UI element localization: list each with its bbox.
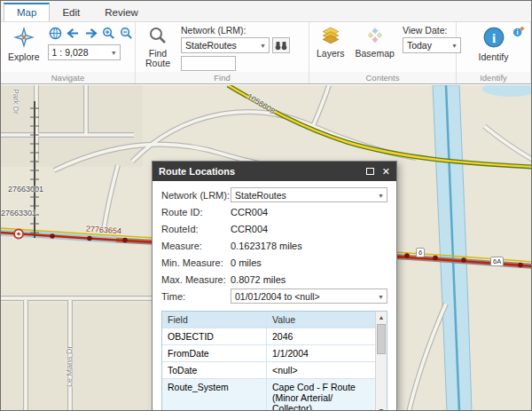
dialog-network-combo[interactable]: StateRoutes ▼ <box>231 187 387 202</box>
group-label-navigate: Navigate <box>1 72 135 83</box>
view-date-combo[interactable]: Today ▼ <box>403 37 461 53</box>
scroll-up-icon[interactable]: ▲ <box>376 312 387 323</box>
ribbon-tab-bar: Map Edit Review <box>1 1 531 21</box>
table-row[interactable]: Route_System Cape Cod - F Route (Minor A… <box>162 378 387 411</box>
group-navigate: Explore <box>1 22 136 83</box>
field-label: Network (LRM): <box>161 190 231 201</box>
table-row[interactable]: ToDate <null> <box>162 361 387 378</box>
chevron-down-icon: ▼ <box>260 43 266 49</box>
cell-field: ToDate <box>162 362 267 378</box>
route-shield: 6 <box>416 248 425 257</box>
asset-id-label: 27663301 <box>1 209 36 217</box>
measure-value: 0.1623178 miles <box>231 241 302 251</box>
forward-arrow-icon[interactable] <box>83 26 98 41</box>
cell-value: 2046 <box>267 328 387 344</box>
binoculars-button[interactable] <box>272 37 290 53</box>
app-window: Map Edit Review Explore <box>0 0 532 411</box>
scroll-down-icon[interactable]: ▼ <box>376 405 387 411</box>
route-id-value: CCR004 <box>231 207 268 217</box>
globe-icon[interactable] <box>48 26 63 41</box>
dialog-title: Route Locations <box>159 166 235 177</box>
tab-review[interactable]: Review <box>92 4 151 21</box>
field-label: Time: <box>161 291 231 302</box>
network-lrm-label: Network (LRM): <box>181 25 290 36</box>
group-label-find: Find <box>136 72 309 83</box>
cell-value: 1/1/2004 <box>267 345 387 361</box>
explore-compass-icon <box>12 26 35 51</box>
field-label: Min. Measure: <box>161 257 231 268</box>
field-label: Measure: <box>161 241 231 251</box>
identify-icon: i <box>482 26 505 51</box>
identify-pin-icon[interactable]: i <box>512 25 526 42</box>
cell-field: FromDate <box>162 345 267 361</box>
cell-field: OBJECTID <box>162 328 267 344</box>
ribbon: Explore <box>1 21 531 84</box>
tab-map[interactable]: Map <box>4 3 50 21</box>
zoom-in-icon[interactable] <box>101 26 116 41</box>
network-lrm-value: StateRoutes <box>185 40 237 51</box>
map-scale-value: 1 : 9,028 <box>52 47 89 58</box>
identify-label: Identify <box>479 52 509 62</box>
basemap-button[interactable]: Basemap <box>353 25 397 59</box>
route-locations-panel: Route Locations ✕ Network (LRM): StateRo… <box>152 161 397 411</box>
binoculars-icon <box>275 41 287 51</box>
svg-text:i: i <box>517 28 519 36</box>
group-find: Find Route ▼ Network (LRM): StateRoutes … <box>136 22 309 83</box>
route-shield: 6A <box>490 257 504 266</box>
back-arrow-icon[interactable] <box>66 26 81 41</box>
cell-value: <null> <box>267 362 387 378</box>
find-route-label: Find Route <box>143 49 173 68</box>
view-date-label: View Date: <box>403 25 461 36</box>
network-lrm-combo[interactable]: StateRoutes ▼ <box>181 37 270 53</box>
chevron-down-icon: ▼ <box>378 293 384 299</box>
street-label: Park Dr <box>12 89 20 115</box>
field-label: RouteId: <box>161 224 231 234</box>
magnifier-icon <box>148 26 168 47</box>
group-contents: Layers Basemap View Date: Today ▼ Conten… <box>309 22 457 83</box>
close-button[interactable]: ✕ <box>382 167 390 177</box>
min-measure-value: 0 miles <box>231 257 262 268</box>
dialog-titlebar[interactable]: Route Locations ✕ <box>153 162 396 181</box>
view-date-value: Today <box>407 40 432 51</box>
tab-edit[interactable]: Edit <box>50 4 92 21</box>
explore-button[interactable]: Explore <box>5 25 43 63</box>
group-label-contents: Contents <box>309 72 456 83</box>
cell-value: Cape Cod - F Route (Minor Arterial/ Coll… <box>267 379 387 411</box>
field-label: Max. Measure: <box>161 274 231 285</box>
basemap-label: Basemap <box>356 49 395 59</box>
group-label-identify: Identify <box>457 72 530 83</box>
table-scrollbar[interactable]: ▲ ▼ <box>375 312 387 411</box>
attributes-table: Field Value OBJECTID 2046 FromDate 1/1/2… <box>161 311 387 411</box>
time-value: 01/01/2004 to <null> <box>235 291 320 302</box>
street-label-le-mans-dr: Le Mans Dr <box>65 345 74 387</box>
group-identify: i i Identify Identify <box>457 22 531 83</box>
explore-label: Explore <box>8 52 40 62</box>
cell-field: Route_System <box>162 379 267 411</box>
column-header-value: Value <box>267 312 387 328</box>
basemap-icon <box>365 26 385 47</box>
field-label: Route ID: <box>161 207 231 217</box>
time-combo[interactable]: 01/01/2004 to <null> ▼ <box>231 288 387 304</box>
table-row[interactable]: FromDate 1/1/2004 <box>162 344 387 361</box>
scrollbar-thumb[interactable] <box>377 324 386 354</box>
max-measure-value: 0.8072 miles <box>231 274 286 285</box>
dialog-network-value: StateRoutes <box>235 190 286 201</box>
maximize-button[interactable] <box>366 168 374 175</box>
column-header-field: Field <box>162 312 267 328</box>
zoom-out-icon[interactable] <box>119 26 134 41</box>
find-route-input[interactable] <box>181 56 236 71</box>
table-header-row: Field Value <box>162 312 387 328</box>
asset-id-label: 27663001 <box>8 185 43 194</box>
layers-label: Layers <box>317 49 345 59</box>
chevron-down-icon: ▼ <box>111 50 117 56</box>
layers-icon <box>321 26 340 47</box>
map-scale-combo[interactable]: 1 : 9,028 ▼ <box>48 44 121 60</box>
table-row[interactable]: OBJECTID 2046 <box>162 328 387 344</box>
layers-button[interactable]: Layers <box>314 25 348 59</box>
svg-text:i: i <box>491 30 495 45</box>
identify-button[interactable]: i Identify <box>471 25 517 63</box>
chevron-down-icon: ▼ <box>378 192 384 198</box>
routeid-value: CCR004 <box>231 224 268 234</box>
